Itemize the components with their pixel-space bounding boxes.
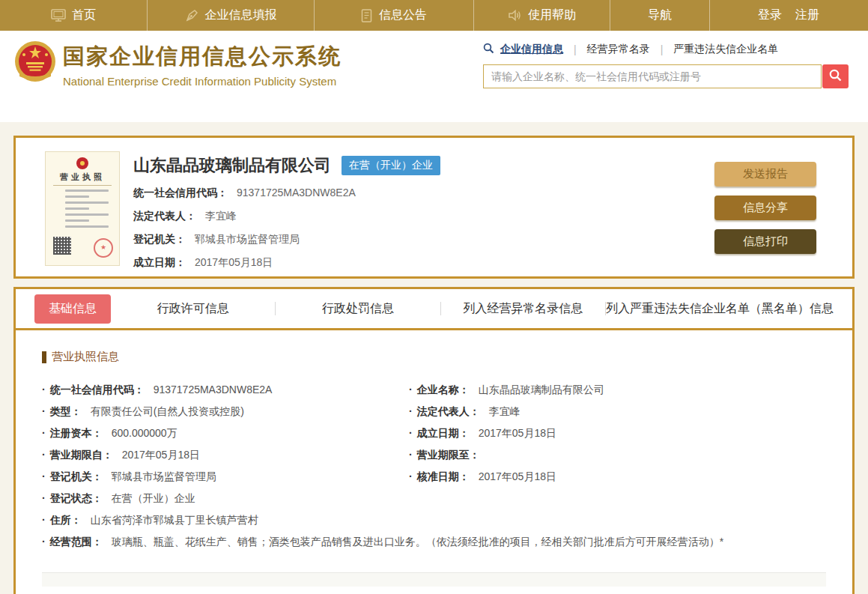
search-button[interactable]	[822, 64, 849, 88]
nav-label-navigate: 导航	[648, 7, 672, 23]
nav-label-bulletin: 信息公告	[379, 7, 427, 23]
tab-abnormal-list[interactable]: 列入经营异常名录信息	[441, 301, 605, 317]
section-bullet	[42, 351, 46, 363]
nav-label-help: 使用帮助	[528, 7, 576, 23]
top-nav: 首页 企业信息填报 信息公告 使用帮助 导航 登录 注册	[0, 0, 868, 31]
license-red-seal	[94, 238, 113, 258]
detail-tabs-bar: 基础信息 行政许可信息 行政处罚信息 列入经营异常名录信息 列入严重违法失信企业…	[16, 289, 852, 330]
section-title-business-license: 营业执照信息	[42, 350, 826, 364]
site-title: 国家企业信用信息公示系统	[63, 42, 342, 72]
print-info-button[interactable]: 信息打印	[714, 229, 816, 254]
detail-row-type: 类型：有限责任公司(自然人投资或控股)	[42, 401, 409, 422]
nav-label-home: 首页	[72, 7, 96, 23]
pen-icon	[185, 9, 199, 22]
detail-row-term-from: 营业期限自：2017年05月18日	[42, 444, 409, 466]
search-category-icon	[483, 43, 494, 56]
detail-row-credit-code: 统一社会信用代码：91371725MA3DNW8E2A	[42, 379, 409, 401]
search-icon	[828, 68, 843, 85]
detail-row-address: 住所：山东省菏泽市郓城县丁里长镇芦营村	[42, 509, 826, 531]
search-input[interactable]	[483, 64, 822, 88]
company-field-legal-rep: 法定代表人：李宜峰	[133, 210, 440, 223]
nav-item-auth: 登录 注册	[710, 0, 867, 31]
detail-row-term-to: 营业期限至：	[409, 444, 826, 466]
tab-admin-license[interactable]: 行政许可信息	[111, 301, 275, 317]
search-block: 企业信用信息 | 经营异常名录 | 严重违法失信企业名单	[483, 41, 850, 88]
monitor-icon	[51, 9, 66, 22]
license-qr-code	[53, 237, 71, 255]
detail-row-registered-capital: 注册资本：600.000000万	[42, 422, 409, 444]
search-tab-divider: |	[661, 43, 664, 55]
company-summary-card: 营业执照 山东晶品玻璃制品有限公司 在营（开业）企业 统一社会信用代码：9137…	[13, 136, 855, 279]
nav-item-navigate[interactable]: 导航	[610, 0, 710, 31]
nav-item-bulletin[interactable]: 信息公告	[315, 0, 474, 31]
company-field-registry: 登记机关：郓城县市场监督管理局	[133, 233, 440, 246]
site-subtitle: National Enterprise Credit Information P…	[63, 75, 342, 88]
nav-item-enterprise-fill[interactable]: 企业信息填报	[148, 0, 315, 31]
search-tab-abnormal-list[interactable]: 经营异常名录	[587, 43, 650, 56]
detail-row-registry: 登记机关：郓城县市场监督管理局	[42, 466, 409, 488]
detail-row-company-name: 企业名称：山东晶品玻璃制品有限公司	[409, 379, 826, 401]
login-link[interactable]: 登录	[758, 7, 782, 23]
detail-row-founded-date: 成立日期：2017年05月18日	[409, 422, 826, 444]
nav-item-help[interactable]: 使用帮助	[474, 0, 610, 31]
site-header: 国家企业信用信息公示系统 National Enterprise Credit …	[0, 31, 868, 122]
business-license-image: 营业执照	[45, 151, 120, 266]
register-link[interactable]: 注册	[795, 7, 819, 23]
company-status-badge: 在营（开业）企业	[342, 156, 440, 175]
license-title: 营业执照	[46, 172, 119, 183]
card-bottom-strip	[42, 573, 826, 587]
national-emblem-logo	[13, 40, 57, 86]
tab-blacklist[interactable]: 列入严重违法失信企业名单（黑名单）信息	[606, 301, 834, 317]
detail-row-legal-rep: 法定代表人：李宜峰	[409, 401, 826, 422]
detail-card: 基础信息 行政许可信息 行政处罚信息 列入经营异常名录信息 列入严重违法失信企业…	[13, 287, 855, 594]
company-field-founded-date: 成立日期：2017年05月18日	[133, 256, 440, 270]
detail-row-status: 登记状态：在营（开业）企业	[42, 488, 409, 509]
share-info-button[interactable]: 信息分享	[714, 196, 816, 220]
search-tab-illegal-list[interactable]: 严重违法失信企业名单	[673, 43, 778, 56]
document-icon	[361, 9, 373, 22]
detail-row-business-scope: 经营范围：玻璃瓶、瓶盖、花纸生产、销售；酒类包装产品销售及进出口业务。（依法须经…	[42, 531, 826, 553]
nav-label-enterprise-fill: 企业信息填报	[205, 7, 277, 23]
company-field-credit-code: 统一社会信用代码：91371725MA3DNW8E2A	[133, 187, 440, 200]
tab-basic-info[interactable]: 基础信息	[34, 294, 111, 324]
search-tab-credit-info[interactable]: 企业信用信息	[500, 43, 563, 56]
license-emblem-icon	[76, 157, 88, 169]
nav-item-home[interactable]: 首页	[0, 0, 148, 31]
main-content: 营业执照 山东晶品玻璃制品有限公司 在营（开业）企业 统一社会信用代码：9137…	[0, 122, 868, 594]
speaker-icon	[508, 9, 522, 22]
detail-row-approval-date: 核准日期：2017年05月18日	[409, 466, 826, 488]
company-name: 山东晶品玻璃制品有限公司	[133, 154, 331, 177]
search-tab-divider: |	[574, 43, 577, 55]
tab-admin-penalty[interactable]: 行政处罚信息	[276, 301, 440, 317]
send-report-button[interactable]: 发送报告	[714, 162, 816, 187]
